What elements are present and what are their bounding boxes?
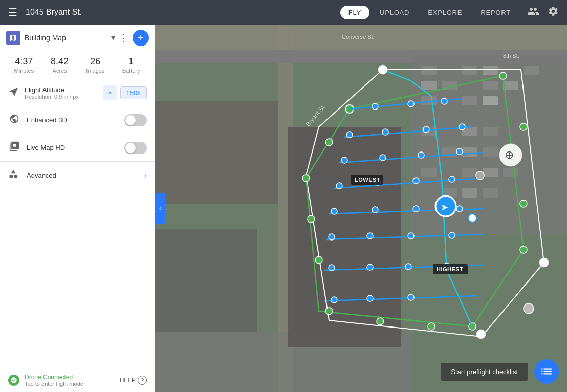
svg-rect-38 [483, 168, 498, 177]
advanced-icon [8, 169, 20, 182]
svg-point-92 [449, 232, 455, 238]
stat-acres-label: Acres [42, 68, 78, 74]
stat-battery-label: Battery [113, 68, 149, 74]
altitude-info: Flight Altitude Resolution: 0.9 in / px [25, 86, 98, 100]
enhanced-3d-label: Enhanced 3D [27, 116, 118, 124]
enhanced-3d-toggle[interactable] [124, 114, 147, 126]
live-map-hd-toggle[interactable] [124, 142, 147, 154]
altitude-subtitle: Resolution: 0.9 in / px [25, 94, 98, 100]
svg-point-80 [456, 148, 463, 155]
add-people-icon[interactable] [527, 5, 539, 20]
altitude-value[interactable]: 150ft [120, 86, 147, 99]
help-icon: ? [138, 376, 147, 385]
svg-point-84 [449, 176, 455, 182]
svg-point-79 [418, 152, 424, 158]
svg-point-60 [520, 200, 527, 207]
svg-rect-9 [155, 229, 257, 332]
svg-rect-43 [483, 188, 498, 198]
svg-point-85 [331, 208, 337, 214]
live-map-hd-label: Live Map HD [27, 144, 118, 151]
svg-point-58 [499, 72, 507, 79]
svg-rect-16 [421, 81, 437, 90]
sidebar-header: Building Map ▾ ⋮ + [0, 25, 155, 51]
help-label: HELP [120, 377, 136, 384]
svg-rect-19 [483, 81, 498, 90]
altitude-up-button[interactable] [103, 85, 117, 100]
svg-point-113 [468, 214, 476, 222]
enhanced-3d-icon [8, 114, 20, 126]
advanced-row[interactable]: Advanced › [0, 162, 155, 189]
sidebar-bottom: Drone Connected Tap to enter flight mode… [0, 368, 155, 392]
svg-point-72 [441, 98, 447, 104]
stat-minutes: 4:37 Minutes [6, 56, 42, 74]
tab-fly[interactable]: FLY [340, 6, 369, 19]
svg-point-98 [367, 295, 373, 301]
svg-text:8th St.: 8th St. [503, 53, 519, 59]
svg-point-78 [380, 155, 386, 161]
advanced-label: Advanced [27, 171, 138, 179]
collapse-handle[interactable]: ‹ [155, 193, 165, 224]
drone-tap-label: Tap to enter flight mode [25, 381, 115, 387]
svg-text:Converse St.: Converse St. [342, 34, 375, 40]
settings-icon[interactable] [548, 6, 559, 19]
map-background: Converse St. 8th St. Bryant St. [155, 25, 567, 392]
map-bottom-right: Start preflight checklist [441, 359, 559, 384]
enhanced-3d-row: Enhanced 3D [0, 106, 155, 134]
checklist-button[interactable] [534, 359, 559, 384]
live-map-hd-row: Live Map HD [0, 134, 155, 162]
collapse-icon: ‹ [159, 204, 162, 212]
add-button[interactable]: + [133, 30, 149, 46]
help-button[interactable]: HELP ? [120, 376, 147, 385]
svg-rect-29 [503, 127, 518, 136]
map-more-icon[interactable]: ⋮ [119, 32, 128, 43]
svg-point-86 [372, 207, 378, 213]
svg-point-99 [408, 294, 414, 300]
map-dropdown-icon[interactable]: ▾ [111, 33, 115, 42]
svg-point-100 [378, 65, 387, 74]
tab-explore[interactable]: EXPLORE [420, 6, 470, 19]
altitude-controls: 150ft [103, 85, 147, 100]
nav-icons [527, 5, 559, 20]
stat-minutes-label: Minutes [6, 68, 42, 74]
svg-text:LOWEST: LOWEST [355, 177, 380, 183]
svg-rect-37 [462, 168, 477, 177]
tab-upload[interactable]: UPLOAD [372, 6, 418, 19]
svg-rect-20 [503, 81, 518, 90]
svg-point-101 [539, 258, 549, 267]
map-area[interactable]: Converse St. 8th St. Bryant St. [155, 25, 567, 392]
svg-rect-40 [421, 188, 437, 198]
svg-point-54 [325, 308, 333, 315]
sidebar-spacer [0, 189, 155, 368]
menu-icon[interactable]: ☰ [8, 6, 17, 18]
svg-point-59 [520, 123, 527, 130]
preflight-button[interactable]: Start preflight checklist [441, 363, 528, 381]
altitude-icon [8, 86, 19, 100]
svg-point-53 [315, 256, 322, 264]
svg-text:⊕: ⊕ [505, 148, 514, 161]
svg-point-70 [372, 103, 378, 110]
svg-point-0 [14, 175, 18, 179]
svg-point-83 [413, 178, 419, 184]
svg-point-52 [308, 215, 315, 223]
altitude-row: Flight Altitude Resolution: 0.9 in / px … [0, 79, 155, 106]
svg-rect-23 [462, 96, 477, 105]
svg-point-73 [346, 132, 353, 138]
svg-rect-32 [462, 147, 477, 157]
tab-report[interactable]: REPORT [472, 6, 519, 19]
stat-minutes-value: 4:37 [6, 56, 42, 67]
altitude-title: Flight Altitude [25, 86, 98, 94]
stat-acres: 8.42 Acres [42, 56, 78, 74]
svg-point-87 [413, 206, 419, 212]
stat-images: 26 Images [78, 56, 114, 74]
svg-rect-42 [462, 188, 477, 198]
map-title: Building Map [25, 34, 107, 42]
svg-rect-8 [155, 101, 278, 204]
drone-status-text: Drone Connected Tap to enter flight mode [25, 374, 115, 387]
svg-point-97 [331, 297, 337, 303]
stat-images-value: 26 [78, 56, 114, 67]
svg-point-102 [476, 330, 486, 339]
svg-rect-35 [421, 168, 437, 177]
svg-rect-15 [524, 66, 539, 75]
svg-point-90 [367, 233, 373, 239]
main-content: Building Map ▾ ⋮ + 4:37 Minutes 8.42 Acr… [0, 25, 567, 392]
